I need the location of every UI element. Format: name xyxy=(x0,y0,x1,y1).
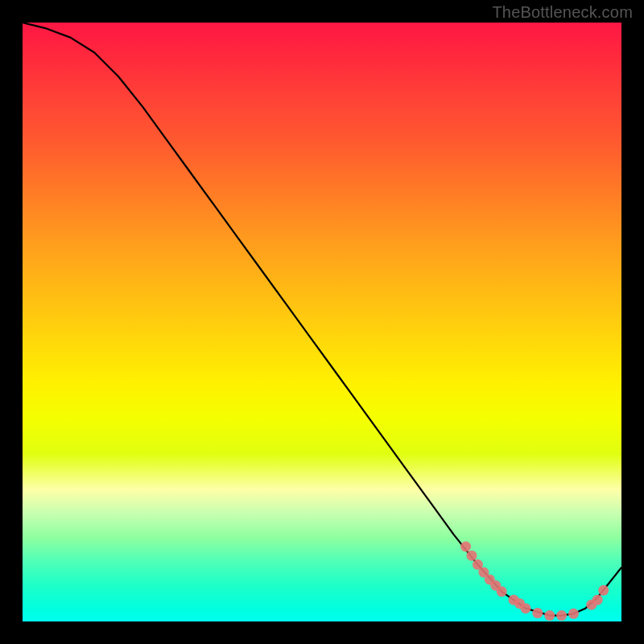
data-point xyxy=(520,603,530,613)
data-point xyxy=(592,595,603,605)
data-point xyxy=(497,586,507,597)
data-point xyxy=(460,542,471,552)
data-point xyxy=(568,609,579,619)
data-point xyxy=(544,610,555,621)
data-point xyxy=(532,608,543,618)
data-point xyxy=(556,610,567,621)
chart-svg xyxy=(23,23,621,621)
plot-area xyxy=(23,23,621,621)
data-point xyxy=(598,585,609,596)
chart-frame: TheBottleneck.com xyxy=(0,0,644,644)
data-point xyxy=(467,551,477,561)
watermark-text: TheBottleneck.com xyxy=(492,3,633,22)
curve-path xyxy=(23,23,621,616)
